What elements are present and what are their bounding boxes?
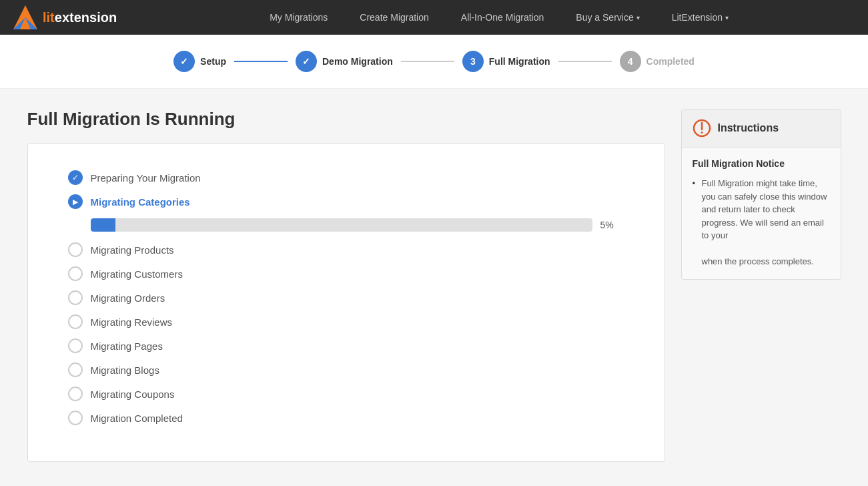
migration-label-orders: Migrating Orders: [91, 292, 165, 304]
migration-item-migration-completed: Migration Completed: [68, 411, 624, 425]
stepper: ✓ Setup ✓ Demo Migration 3 Full Migratio…: [0, 35, 868, 89]
instructions-body: Full Migration Notice Full Migration mig…: [682, 148, 841, 279]
migration-item-blogs: Migrating Blogs: [68, 362, 624, 377]
step-demo-circle: ✓: [296, 51, 317, 72]
nav-my-migrations[interactable]: My Migrations: [254, 0, 344, 35]
migration-label-coupons: Migrating Coupons: [91, 389, 175, 400]
status-pending-icon: [68, 242, 83, 257]
migration-panel: ✓ Preparing Your Migration ▶ Migrating C…: [27, 143, 665, 462]
connector-1: [234, 61, 288, 62]
status-playing-icon: ▶: [68, 194, 83, 209]
migration-item-pages: Migrating Pages: [68, 338, 624, 353]
migration-label-products: Migrating Products: [91, 244, 174, 256]
step-completed: 4 Completed: [620, 51, 695, 72]
migration-item-coupons: Migrating Coupons: [68, 387, 624, 401]
status-pending-icon: [68, 266, 83, 281]
migration-label-pages: Migrating Pages: [91, 340, 163, 352]
step-demo: ✓ Demo Migration: [296, 51, 393, 72]
nav-create-migration[interactable]: Create Migration: [344, 0, 445, 35]
migration-label-completed: Migration Completed: [91, 413, 183, 424]
brand-logo[interactable]: litextension: [13, 5, 117, 29]
migration-item-reviews: Migrating Reviews: [68, 314, 624, 329]
migration-label-blogs: Migrating Blogs: [91, 364, 159, 376]
nav-buy-service[interactable]: Buy a Service ▾: [560, 0, 655, 35]
nav-all-in-one[interactable]: All-In-One Migration: [445, 0, 560, 35]
status-done-icon: ✓: [68, 170, 83, 185]
status-pending-icon: [68, 411, 83, 425]
migration-label-categories: Migrating Categories: [91, 196, 190, 208]
notice-title: Full Migration Notice: [693, 158, 830, 169]
migration-label-preparing: Preparing Your Migration: [91, 172, 201, 184]
migration-item-products: Migrating Products: [68, 242, 624, 257]
progress-percent: 5%: [600, 220, 624, 230]
notice-list: Full Migration might take time, you can …: [693, 177, 830, 268]
status-pending-icon: [68, 387, 83, 401]
connector-2: [401, 61, 454, 62]
navbar: litextension My Migrations Create Migrat…: [0, 0, 868, 35]
connector-3: [558, 61, 612, 62]
progress-bar-wrap: [91, 218, 592, 232]
step-full-circle: 3: [462, 51, 484, 72]
instructions-title: Instructions: [718, 122, 779, 134]
instructions-box: Instructions Full Migration Notice Full …: [681, 109, 841, 280]
notice-item: Full Migration might take time, you can …: [693, 177, 830, 268]
chevron-down-icon: ▾: [636, 14, 640, 21]
chevron-down-icon: ▾: [725, 14, 729, 21]
status-pending-icon: [68, 290, 83, 305]
step-demo-label: Demo Migration: [322, 56, 393, 67]
migration-item-categories: ▶ Migrating Categories: [68, 194, 624, 209]
content-area: Full Migration Is Running ✓ Preparing Yo…: [27, 109, 665, 462]
progress-bar-container: 5%: [91, 218, 624, 232]
migration-item-customers: Migrating Customers: [68, 266, 624, 281]
step-full: 3 Full Migration: [462, 51, 550, 72]
nav-links: My Migrations Create Migration All-In-On…: [143, 0, 855, 35]
step-full-label: Full Migration: [489, 56, 550, 67]
step-completed-circle: 4: [620, 51, 641, 72]
migration-label-reviews: Migrating Reviews: [91, 316, 173, 328]
instructions-icon: [693, 119, 711, 138]
status-pending-icon: [68, 314, 83, 329]
migration-label-customers: Migrating Customers: [91, 268, 183, 280]
nav-litextension[interactable]: LitExtension ▾: [656, 0, 745, 35]
main-container: Full Migration Is Running ✓ Preparing Yo…: [14, 89, 855, 482]
status-pending-icon: [68, 362, 83, 377]
step-setup-circle: ✓: [173, 51, 195, 72]
progress-bar-fill: [91, 218, 116, 232]
page-title: Full Migration Is Running: [27, 109, 665, 130]
migration-item-orders: Migrating Orders: [68, 290, 624, 305]
step-completed-label: Completed: [646, 56, 695, 67]
logo-text: litextension: [43, 10, 117, 25]
step-setup: ✓ Setup: [173, 51, 226, 72]
status-pending-icon: [68, 338, 83, 353]
instructions-header: Instructions: [682, 109, 841, 148]
logo-icon: [13, 5, 37, 29]
sidebar: Instructions Full Migration Notice Full …: [681, 109, 841, 462]
step-setup-label: Setup: [200, 56, 226, 67]
migration-item-preparing: ✓ Preparing Your Migration: [68, 170, 624, 185]
svg-point-5: [701, 132, 703, 134]
